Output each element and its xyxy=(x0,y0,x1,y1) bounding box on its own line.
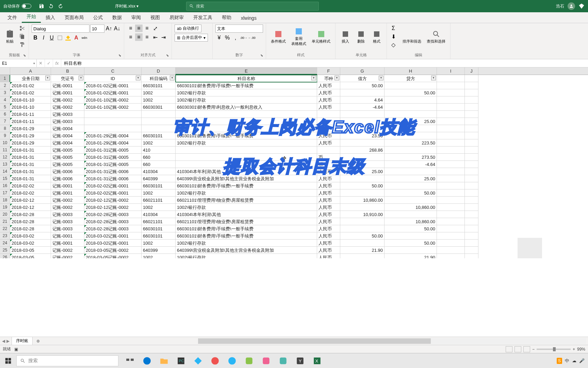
cell[interactable]: 66030301 xyxy=(142,104,176,111)
cell[interactable]: 人民币 xyxy=(317,247,340,254)
cell[interactable]: 1002 xyxy=(142,240,176,247)
cell[interactable]: 2018-01-02 xyxy=(10,89,51,96)
app-icon[interactable] xyxy=(275,353,291,368)
cell[interactable]: 人民币 xyxy=(317,168,340,175)
filter-icon[interactable]: ▼ xyxy=(45,76,50,80)
ribbon-tab[interactable]: 开始 xyxy=(22,12,41,23)
cell[interactable] xyxy=(465,204,478,211)
cell[interactable]: 1002\银行存款 xyxy=(176,139,317,147)
row-header[interactable]: 2 xyxy=(0,82,10,89)
cell[interactable]: 记账-0001 xyxy=(51,189,84,197)
cell[interactable]: 记账-0005 xyxy=(51,154,84,161)
cell[interactable]: 2018-01-29记账-0004 xyxy=(84,139,142,147)
cell[interactable]: 人民币 xyxy=(317,189,340,197)
cell[interactable] xyxy=(385,104,437,111)
cell[interactable]: 640399\营业税金及附加\其他主营业务税金及附加 xyxy=(176,175,317,182)
ime-indicator[interactable]: S xyxy=(557,358,562,364)
dialog-launcher-icon[interactable]: ⬊ xyxy=(166,53,171,58)
cell[interactable] xyxy=(385,247,437,254)
row-header[interactable]: 3 xyxy=(0,89,10,96)
column-header[interactable]: G xyxy=(340,67,385,75)
cell[interactable] xyxy=(437,204,465,211)
cell[interactable]: 66030101 xyxy=(142,225,176,232)
cell[interactable] xyxy=(437,197,465,204)
cell[interactable] xyxy=(437,111,465,118)
cell[interactable] xyxy=(437,96,465,104)
cell[interactable]: 记账-0004 xyxy=(51,132,84,139)
cell[interactable]: 410 xyxy=(142,147,176,154)
cell[interactable] xyxy=(437,154,465,161)
cell[interactable]: 人民币 xyxy=(317,96,340,104)
row-header[interactable]: 22 xyxy=(0,225,10,232)
cell[interactable]: 2018-02-28 xyxy=(10,211,51,218)
cell[interactable]: 2018-01-31 xyxy=(10,168,51,175)
cell[interactable] xyxy=(385,211,437,218)
row-header[interactable]: 16 xyxy=(0,182,10,189)
align-top-icon[interactable]: ≡ xyxy=(127,25,134,32)
view-layout-icon[interactable] xyxy=(514,346,521,352)
ribbon-tab[interactable]: 帮助 xyxy=(217,13,236,23)
cell[interactable] xyxy=(385,182,437,189)
cell[interactable]: 2018-03-05记账-0002 xyxy=(84,247,142,254)
tray-icon[interactable]: ☁ xyxy=(572,358,576,363)
cell[interactable] xyxy=(385,147,437,154)
cell[interactable]: 记账-0002 xyxy=(51,204,84,211)
zoom-in-icon[interactable]: + xyxy=(573,347,575,352)
cell[interactable] xyxy=(317,147,340,154)
paste-button[interactable]: 粘贴 xyxy=(3,25,17,49)
app-icon[interactable] xyxy=(190,353,206,368)
cell-style-button[interactable]: 单元格样式 xyxy=(310,25,332,49)
cell[interactable]: 记账-0003 xyxy=(51,111,84,118)
cell[interactable]: 2018-01-02记账-0001 xyxy=(84,89,142,96)
phonetic-icon[interactable]: wén xyxy=(81,34,88,42)
cell[interactable]: 66030101\财务费用\手续费\一般手续费 xyxy=(176,182,317,189)
row-header[interactable]: 12 xyxy=(0,154,10,161)
dialog-launcher-icon[interactable]: ⬊ xyxy=(260,53,265,58)
row-header[interactable]: 1 xyxy=(0,75,10,82)
merge-center-button[interactable]: ⊞合并后居中 ▾ xyxy=(175,34,208,42)
cell[interactable] xyxy=(437,132,465,139)
ribbon-tab[interactable]: 页面布局 xyxy=(60,13,88,23)
cell[interactable]: 66021101\管理费用\物业费\房屋租赁费 xyxy=(176,197,317,204)
cell[interactable]: 2018-01-31记账-0005 xyxy=(84,161,142,168)
column-header[interactable]: C xyxy=(84,67,142,75)
fill-color-icon[interactable] xyxy=(64,34,72,42)
ribbon-tab[interactable]: 开发工具 xyxy=(189,13,217,23)
cell[interactable] xyxy=(465,189,478,197)
cell[interactable] xyxy=(437,161,465,168)
cell[interactable] xyxy=(317,125,340,132)
filter-icon[interactable]: ▼ xyxy=(334,76,339,80)
cell[interactable]: 10,860.00 xyxy=(385,204,437,211)
cell[interactable]: 50.00 xyxy=(385,89,437,96)
cell[interactable] xyxy=(385,82,437,89)
filter-icon[interactable]: ▼ xyxy=(136,76,141,80)
cell[interactable]: 1002\银行存款 xyxy=(176,189,317,197)
row-header[interactable]: 17 xyxy=(0,189,10,197)
cell[interactable]: -4.64 xyxy=(385,161,437,168)
cell[interactable] xyxy=(437,232,465,240)
cell[interactable]: 10,860.00 xyxy=(385,218,437,225)
cell[interactable] xyxy=(385,125,437,132)
cell[interactable]: 记账-0004 xyxy=(51,125,84,132)
cell[interactable] xyxy=(340,204,385,211)
cell[interactable] xyxy=(437,147,465,154)
conditional-format-button[interactable]: 条件格式 xyxy=(269,25,288,49)
cell[interactable]: 1002 xyxy=(142,204,176,211)
zoom-level[interactable]: 99% xyxy=(577,347,585,352)
row-header[interactable]: 20 xyxy=(0,211,10,218)
cell[interactable]: 66021101 xyxy=(142,197,176,204)
font-name-select[interactable] xyxy=(32,25,89,33)
cell[interactable]: 人民币 xyxy=(317,132,340,139)
dec-decimal-icon[interactable]: ←.00 xyxy=(248,34,256,42)
sheet-tab[interactable]: 序时账 xyxy=(12,337,33,346)
cell[interactable] xyxy=(317,111,340,118)
cell[interactable]: 2018-03-02记账-0001 xyxy=(84,232,142,240)
cell[interactable]: 2018-01-29 xyxy=(10,132,51,139)
cell[interactable] xyxy=(465,197,478,204)
cell[interactable]: 66030101\财务费用\手续费\一般手续费 xyxy=(176,132,317,139)
ribbon-tab[interactable]: 公式 xyxy=(88,13,108,23)
cell[interactable] xyxy=(176,161,317,168)
cell[interactable] xyxy=(142,111,176,118)
cell[interactable]: 2018-01-10 xyxy=(10,104,51,111)
cell[interactable] xyxy=(340,125,385,132)
